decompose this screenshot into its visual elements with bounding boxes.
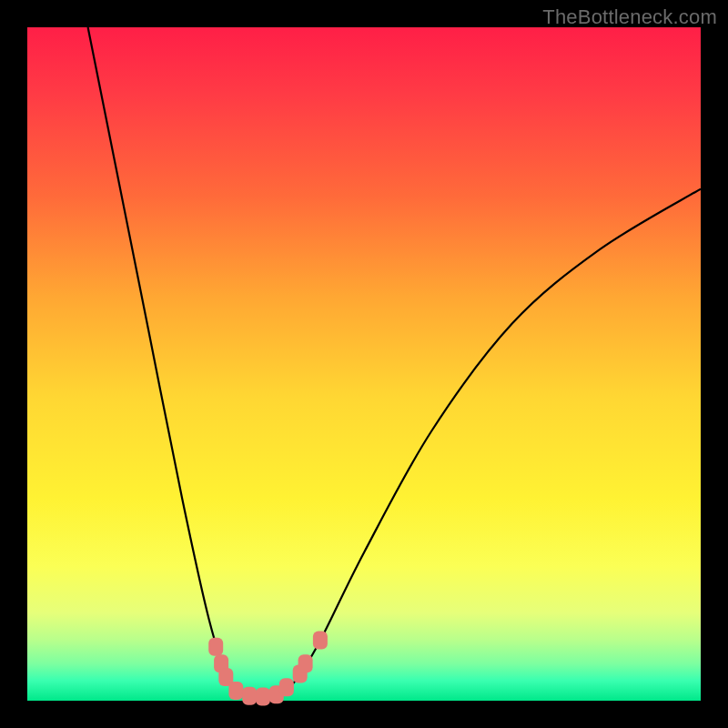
- watermark-text: TheBottleneck.com: [542, 5, 717, 29]
- curve-marker: [313, 631, 328, 649]
- curve-marker: [256, 688, 270, 706]
- marker-group: [208, 631, 328, 705]
- curve-marker: [298, 654, 313, 672]
- curve-svg: [27, 27, 701, 701]
- bottleneck-curve: [88, 27, 701, 699]
- curve-marker: [208, 638, 223, 656]
- curve-marker: [228, 682, 243, 700]
- chart-frame: TheBottleneck.com: [0, 0, 728, 728]
- curve-marker: [279, 678, 294, 696]
- plot-area: [27, 27, 701, 701]
- curve-marker: [242, 687, 257, 705]
